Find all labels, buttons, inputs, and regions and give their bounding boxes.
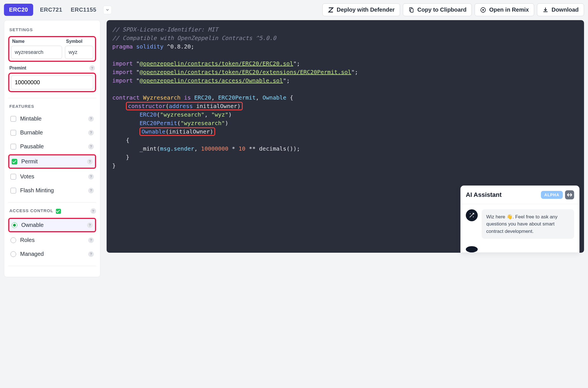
help-icon[interactable]: ? bbox=[90, 208, 96, 214]
code-import: @openzeppelin/contracts/token/ERC20/ERC2… bbox=[139, 60, 293, 67]
name-label: Name bbox=[11, 39, 62, 44]
access-managed[interactable]: Managed ? bbox=[8, 248, 96, 260]
defender-icon bbox=[328, 7, 334, 13]
code-param: initialOwner bbox=[196, 103, 237, 109]
radio-checked-icon bbox=[12, 222, 17, 228]
download-button[interactable]: Download bbox=[537, 3, 584, 16]
deploy-label: Deploy with Defender bbox=[337, 7, 395, 13]
checkbox-checked-icon bbox=[12, 159, 17, 165]
code-func: ERC20 bbox=[139, 111, 156, 118]
expand-icon bbox=[565, 190, 574, 199]
ai-title: AI Assistant bbox=[466, 191, 502, 199]
code-arg: initialOwner bbox=[169, 128, 210, 135]
code-func: decimals bbox=[259, 145, 286, 152]
access-roles[interactable]: Roles ? bbox=[8, 234, 96, 246]
access-ownable[interactable]: Ownable ? bbox=[8, 218, 96, 232]
ai-header: AI Assistant ALPHA bbox=[461, 186, 579, 204]
ai-assistant-panel: AI Assistant ALPHA Wiz here 👋. Feel free… bbox=[460, 185, 579, 253]
alpha-badge: ALPHA bbox=[541, 191, 563, 199]
feature-mintable[interactable]: Mintable ? bbox=[8, 113, 96, 125]
help-icon[interactable]: ? bbox=[88, 116, 94, 122]
feature-label: Burnable bbox=[20, 129, 43, 136]
features-list: Mintable ? Burnable ? Pausable ? Permit … bbox=[8, 113, 96, 197]
radio-icon bbox=[10, 237, 16, 243]
help-icon[interactable]: ? bbox=[87, 222, 93, 228]
access-label: Managed bbox=[20, 251, 44, 257]
tab-erc1155[interactable]: ERC1155 bbox=[69, 4, 98, 16]
help-icon[interactable]: ? bbox=[88, 130, 94, 136]
help-icon[interactable]: ? bbox=[88, 144, 94, 149]
features-heading: FEATURES bbox=[9, 104, 96, 109]
tab-erc721[interactable]: ERC721 bbox=[38, 4, 64, 16]
remix-icon bbox=[480, 7, 486, 13]
help-icon[interactable]: ? bbox=[87, 159, 93, 165]
settings-sidebar: SETTINGS Name Symbol Premint ? bbox=[4, 20, 100, 277]
code-keyword: pragma bbox=[112, 43, 133, 50]
constructor-highlight: constructor(address initialOwner) bbox=[126, 102, 242, 110]
chevron-down-icon bbox=[106, 9, 109, 11]
code-import: @openzeppelin/contracts/token/ERC20/exte… bbox=[139, 69, 351, 75]
access-control-heading-text: ACCESS CONTROL bbox=[9, 208, 53, 213]
copy-icon bbox=[408, 7, 414, 13]
svg-point-3 bbox=[483, 9, 484, 11]
symbol-label: Symbol bbox=[65, 39, 93, 44]
feature-label: Votes bbox=[20, 173, 34, 180]
deploy-defender-button[interactable]: Deploy with Defender bbox=[322, 3, 400, 16]
code-comment: // SPDX-License-Identifier: MIT bbox=[112, 26, 218, 33]
tab-more-dropdown[interactable] bbox=[103, 6, 112, 14]
code-type: ERC20Permit bbox=[218, 94, 255, 101]
ai-avatar bbox=[466, 209, 478, 221]
token-standard-tabs: ERC20 ERC721 ERC1155 bbox=[4, 4, 112, 16]
code-area: // SPDX-License-Identifier: MIT // Compa… bbox=[107, 20, 584, 253]
check-icon bbox=[56, 209, 61, 214]
code-keyword: contract bbox=[112, 94, 139, 101]
copy-label: Copy to Clipboard bbox=[417, 7, 466, 13]
topbar: ERC20 ERC721 ERC1155 Deploy with Defende… bbox=[4, 3, 584, 16]
access-control-heading: ACCESS CONTROL ? bbox=[9, 208, 96, 214]
code-func: ERC20Permit bbox=[139, 120, 177, 126]
checkbox-icon bbox=[10, 144, 16, 149]
action-buttons: Deploy with Defender Copy to Clipboard O… bbox=[322, 3, 584, 16]
code-number: 10 bbox=[239, 145, 246, 152]
feature-flash-minting[interactable]: Flash Minting ? bbox=[8, 184, 96, 197]
open-remix-button[interactable]: Open in Remix bbox=[475, 3, 534, 16]
download-label: Download bbox=[551, 7, 579, 13]
copy-clipboard-button[interactable]: Copy to Clipboard bbox=[403, 3, 472, 16]
code-contract-name: Wyzresearch bbox=[143, 94, 180, 101]
access-label: Ownable bbox=[21, 222, 44, 228]
help-icon[interactable]: ? bbox=[88, 251, 94, 257]
feature-pausable[interactable]: Pausable ? bbox=[8, 140, 96, 153]
premint-help-icon[interactable]: ? bbox=[89, 65, 95, 71]
code-string: "wyzresearch" bbox=[181, 120, 225, 126]
feature-label: Flash Minting bbox=[20, 187, 54, 194]
code-keyword: is bbox=[184, 94, 191, 101]
help-icon[interactable]: ? bbox=[88, 188, 94, 193]
premint-input[interactable] bbox=[11, 75, 93, 89]
premint-label: Premint bbox=[9, 66, 26, 71]
access-label: Roles bbox=[20, 237, 35, 243]
svg-rect-1 bbox=[411, 9, 413, 12]
code-type: ERC20 bbox=[194, 94, 211, 101]
code-number: 10000000 bbox=[201, 145, 228, 152]
feature-permit[interactable]: Permit ? bbox=[8, 154, 96, 169]
tab-erc20[interactable]: ERC20 bbox=[4, 4, 33, 16]
checkbox-icon bbox=[10, 116, 16, 122]
expand-button[interactable] bbox=[565, 190, 574, 199]
code-string: "wyz" bbox=[211, 111, 228, 118]
feature-votes[interactable]: Votes ? bbox=[8, 170, 96, 183]
code-keyword: constructor bbox=[128, 103, 165, 109]
ai-body: Wiz here 👋. Feel free to ask any questio… bbox=[461, 204, 579, 244]
code-import: @openzeppelin/contracts/access/Ownable.s… bbox=[139, 77, 283, 84]
help-icon[interactable]: ? bbox=[88, 237, 94, 243]
ownable-highlight: Ownable(initialOwner) bbox=[139, 127, 215, 136]
svg-point-4 bbox=[470, 213, 471, 214]
code-keyword: import bbox=[112, 77, 133, 84]
ai-message: Wiz here 👋. Feel free to ask any questio… bbox=[482, 209, 574, 239]
name-input[interactable] bbox=[11, 46, 62, 59]
help-icon[interactable]: ? bbox=[88, 174, 94, 180]
svg-point-5 bbox=[473, 216, 474, 217]
code-keyword: address bbox=[169, 103, 193, 109]
feature-burnable[interactable]: Burnable ? bbox=[8, 126, 96, 139]
checkbox-icon bbox=[10, 130, 16, 136]
symbol-input[interactable] bbox=[65, 46, 93, 59]
